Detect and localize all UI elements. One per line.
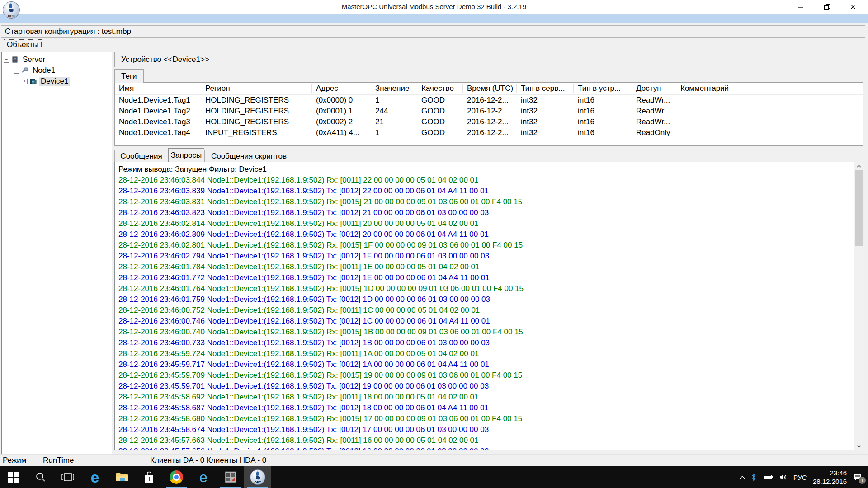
log-line: 28-12-2016 23:46:02.801 Node1::Device1:(…: [115, 240, 854, 251]
column-header[interactable]: Время (UTC): [463, 84, 517, 93]
title-bar: MasterOPC Universal Modbus Server Demo 3…: [0, 0, 868, 14]
chevron-up-icon[interactable]: [740, 476, 745, 479]
search-button[interactable]: [27, 466, 54, 488]
table-cell: GOOD: [417, 107, 463, 116]
file-explorer-button[interactable]: [108, 466, 136, 488]
log-line: 28-12-2016 23:46:00.746 Node1::Device1:(…: [115, 316, 854, 327]
start-button[interactable]: [0, 466, 27, 488]
log-line: 28-12-2016 23:46:00.733 Node1::Device1:(…: [115, 338, 854, 348]
column-header[interactable]: Адрес: [312, 84, 371, 93]
store-button[interactable]: [136, 466, 163, 488]
tree-item-node1[interactable]: −Node1: [2, 65, 112, 76]
log-line: 28-12-2016 23:46:03.831 Node1::Device1:(…: [115, 197, 854, 207]
table-cell: (0xA411) 4...: [312, 128, 371, 137]
clock[interactable]: 23:46 28.12.2016: [813, 469, 847, 486]
column-header[interactable]: Тип в устр...: [574, 84, 632, 93]
table-cell: int32: [517, 117, 574, 127]
taskbar-buttons: eeOPC: [0, 466, 271, 488]
column-header[interactable]: Значение: [371, 84, 417, 93]
table-cell: Node1.Device1.Tag3: [115, 117, 201, 127]
object-tree[interactable]: −Server−Node1+Device1: [1, 52, 112, 454]
tags-table-header: ИмяРегионАдресЗначениеКачествоВремя (UTC…: [115, 83, 863, 95]
table-row[interactable]: Node1.Device1.Tag4INPUT_REGISTERS(0xA411…: [115, 127, 863, 138]
maximize-button[interactable]: [816, 0, 837, 14]
device-tab-label: Устройство <<Device1>>: [121, 55, 209, 64]
log-line: 28-12-2016 23:46:02.814 Node1::Device1:(…: [115, 218, 854, 229]
scroll-down-button[interactable]: [854, 442, 863, 450]
table-cell: HOLDING_REGISTERS: [201, 107, 312, 116]
bluetooth-icon[interactable]: [751, 473, 756, 481]
log-line: 28-12-2016 23:46:03.823 Node1::Device1:(…: [115, 207, 854, 218]
log-tabs: СообщенияЗапросыСообщения скриптов: [114, 148, 863, 162]
expand-icon[interactable]: +: [22, 79, 28, 84]
modbus-config-button[interactable]: [217, 466, 244, 488]
log-line: 28-12-2016 23:45:59.709 Node1::Device1:(…: [115, 370, 854, 381]
minimize-button[interactable]: [790, 0, 811, 14]
tab-messages[interactable]: Сообщения: [114, 150, 168, 162]
column-header[interactable]: Имя: [115, 84, 201, 93]
table-cell: int16: [574, 107, 632, 116]
tree-item-device1[interactable]: +Device1: [2, 76, 112, 87]
status-mode-value: RunTime: [43, 456, 74, 465]
tree-item-label: Node1: [31, 66, 57, 75]
table-cell: (0x0002) 2: [312, 117, 371, 127]
table-cell: int32: [517, 128, 574, 137]
log-line: 28-12-2016 23:46:03.844 Node1::Device1:(…: [115, 175, 854, 186]
close-button[interactable]: [843, 0, 863, 14]
masteropc-logo-icon: OPC: [3, 1, 20, 19]
column-header[interactable]: Качество: [417, 84, 463, 93]
tree-item-server[interactable]: −Server: [2, 54, 112, 65]
log-line: 28-12-2016 23:45:57.656 Node1::Device1:(…: [115, 446, 854, 450]
column-header[interactable]: Регион: [201, 84, 312, 93]
table-cell: INPUT_REGISTERS: [201, 128, 312, 137]
scroll-up-button[interactable]: [854, 162, 863, 170]
column-header[interactable]: Доступ: [632, 84, 676, 93]
table-row[interactable]: Node1.Device1.Tag3HOLDING_REGISTERS(0x00…: [115, 117, 863, 127]
collapse-icon[interactable]: −: [14, 68, 19, 74]
log-scrollbar[interactable]: [854, 162, 863, 450]
battery-icon[interactable]: [762, 474, 774, 480]
table-cell: GOOD: [417, 117, 463, 127]
column-header[interactable]: Тип в серв...: [517, 84, 574, 93]
log-line: 28-12-2016 23:46:00.740 Node1::Device1:(…: [115, 327, 854, 338]
ie-button[interactable]: e: [190, 466, 217, 488]
scrollbar-thumb[interactable]: [855, 170, 863, 246]
table-cell: HOLDING_REGISTERS: [201, 117, 312, 127]
table-cell: 2016-12-2...: [463, 96, 517, 105]
log-line: 28-12-2016 23:46:01.764 Node1::Device1:(…: [115, 283, 854, 294]
search-icon: [35, 472, 46, 483]
table-cell: int32: [517, 96, 574, 105]
volume-icon[interactable]: [779, 474, 788, 481]
tab-objects[interactable]: Объекты: [2, 38, 43, 51]
table-cell: HOLDING_REGISTERS: [201, 96, 312, 105]
tab-device1[interactable]: Устройство <<Device1>>: [114, 52, 216, 67]
masteropc-button[interactable]: OPC: [244, 466, 271, 488]
ie-icon: e: [199, 470, 208, 484]
chrome-button[interactable]: [163, 466, 190, 488]
table-cell: 2016-12-2...: [463, 107, 517, 116]
log-line: 28-12-2016 23:46:01.784 Node1::Device1:(…: [115, 262, 854, 272]
table-row[interactable]: Node1.Device1.Tag1HOLDING_REGISTERS(0x00…: [115, 95, 863, 106]
table-cell: int16: [574, 117, 632, 127]
table-cell: Node1.Device1.Tag1: [115, 96, 201, 105]
collapse-icon[interactable]: −: [4, 57, 9, 63]
column-header[interactable]: Комментарий: [676, 84, 816, 93]
edge-button[interactable]: e: [81, 466, 108, 488]
tab-requests[interactable]: Запросы: [168, 148, 204, 162]
language-indicator[interactable]: РУС: [793, 474, 807, 481]
table-cell: 2016-12-2...: [463, 117, 517, 127]
log-line: 28-12-2016 23:45:58.692 Node1::Device1:(…: [115, 392, 854, 403]
task-view-button[interactable]: [54, 466, 81, 488]
startup-config-bar: Стартовая конфигурация : test.mbp: [1, 25, 865, 38]
table-row[interactable]: Node1.Device1.Tag2HOLDING_REGISTERS(0x00…: [115, 106, 863, 117]
startup-config-text: Стартовая конфигурация : test.mbp: [5, 27, 131, 36]
system-tray: РУС 23:46 28.12.2016 1: [740, 466, 868, 488]
log-line: 28-12-2016 23:45:59.724 Node1::Device1:(…: [115, 348, 854, 359]
table-cell: 2016-12-2...: [463, 128, 517, 137]
tab-objects-label: Объекты: [4, 39, 42, 50]
log-line: Режим вывода: Запущен Фильтр: Device1: [115, 164, 854, 175]
tab-tags[interactable]: Теги: [114, 69, 144, 83]
tab-script-messages[interactable]: Сообщения скриптов: [204, 150, 293, 162]
window-title: MasterOPC Universal Modbus Server Demo 3…: [0, 3, 868, 10]
notification-button[interactable]: 1: [853, 473, 863, 482]
